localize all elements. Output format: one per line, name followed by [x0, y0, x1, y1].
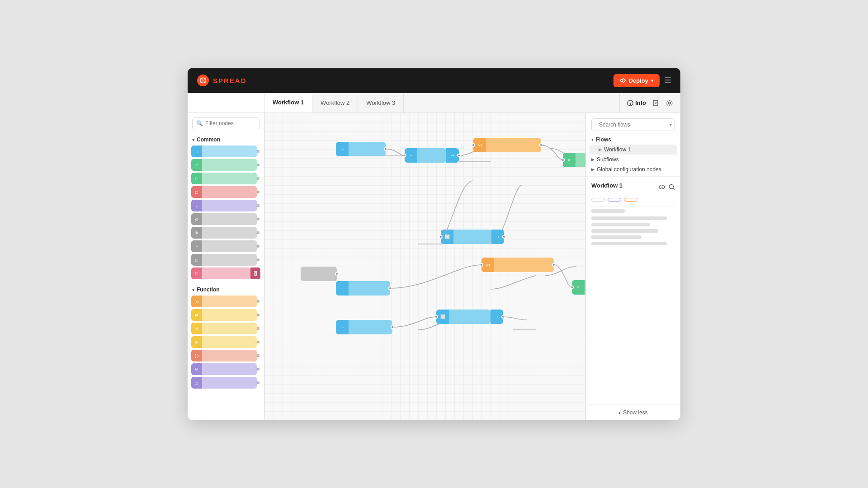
tab-workflow2[interactable]: Workflow 2 [312, 93, 358, 113]
list-item[interactable]: → [191, 240, 260, 252]
list-item[interactable]: ⊙ [191, 363, 260, 375]
subflows-chevron-icon: ▶ [591, 157, 594, 162]
node-label [202, 363, 257, 375]
deploy-button[interactable]: Deploy ▾ [613, 74, 660, 87]
node-label [202, 267, 250, 279]
workflow-info-section: Workflow 1 [586, 176, 680, 253]
info-tab-button[interactable]: i Info [627, 99, 646, 106]
spread-logo-icon [197, 74, 209, 87]
list-item[interactable]: □ [191, 186, 260, 198]
list-item[interactable]: □ [191, 254, 260, 266]
book-tab-button[interactable] [652, 99, 660, 107]
sidebar-filter: 🔍 [188, 113, 264, 133]
right-panel: ▾ ▾ Flows ▶ Workflow 1 ▶ Subflows ▶ [585, 113, 680, 420]
canvas-node-debug-mid[interactable]: ≡ ≡ [572, 280, 585, 295]
hamburger-menu-icon[interactable]: ☰ [664, 75, 671, 85]
canvas-node-inject-top[interactable]: → [336, 142, 386, 156]
list-item[interactable]: □ [191, 173, 260, 184]
link-icon-button[interactable] [659, 184, 665, 192]
function-node-list: {x} ⇄ ✕ ⊞ [188, 295, 264, 392]
flows-tree: ▾ Flows ▶ Workflow 1 ▶ Subflows ▶ Global… [586, 131, 680, 176]
svg-rect-4 [653, 100, 658, 106]
node-port [257, 191, 259, 193]
common-section-header[interactable]: ▾ Common [188, 133, 264, 145]
function-section-header[interactable]: ▾ Function [188, 283, 264, 295]
node-icon: → [405, 148, 417, 163]
search-icon-button[interactable] [669, 184, 675, 192]
port-left [439, 235, 443, 239]
node-label [202, 309, 257, 321]
list-item[interactable]: ♪ [191, 200, 260, 211]
node-icon: ⬜ [441, 230, 453, 244]
skeleton-line [591, 242, 667, 245]
node-icon: {x} [191, 296, 202, 307]
node-label [202, 377, 257, 389]
canvas-node-function-mid[interactable]: {x} [481, 258, 554, 272]
list-item[interactable]: ≡ [191, 159, 260, 171]
show-less-chevron-icon: ▴ [618, 410, 621, 415]
node-label [202, 213, 257, 225]
list-item[interactable]: ⊞ [191, 336, 260, 348]
chip-orange [624, 198, 637, 202]
canvas-node-link-top[interactable]: → → [405, 148, 459, 163]
canvas-node-gray-plain[interactable] [301, 267, 337, 281]
canvas-node-debug-top[interactable]: ≡ ≡ [563, 153, 585, 167]
canvas-node-inject-mid[interactable]: → [336, 281, 390, 296]
node-icon: ♪ [191, 200, 202, 211]
list-item[interactable]: ⇄ [191, 309, 260, 321]
canvas-node-linkout-mid[interactable]: ⬜ → [441, 230, 504, 244]
search-flows-wrap[interactable]: ▾ [591, 118, 675, 131]
node-port [257, 314, 259, 316]
node-icon: → [336, 142, 349, 156]
node-label [202, 200, 257, 211]
node-port [257, 177, 259, 180]
search-flows-input[interactable] [599, 122, 667, 128]
node-port [257, 327, 259, 330]
canvas-node-function-top[interactable]: {x} [473, 138, 541, 152]
node-port [257, 341, 259, 343]
filter-input-wrap[interactable]: 🔍 [192, 117, 259, 129]
global-config-header[interactable]: ▶ Global configuration nodes [590, 164, 677, 174]
list-item[interactable]: ⊙ [191, 213, 260, 225]
node-port [257, 368, 259, 371]
canvas-node-inject-bot[interactable]: → [336, 320, 392, 334]
node-label [486, 138, 541, 152]
tab-workflow3[interactable]: Workflow 3 [358, 93, 404, 113]
node-label [202, 145, 257, 157]
filter-nodes-input[interactable] [205, 120, 255, 127]
canvas-node-linkout-bot[interactable]: ⬜ → [436, 310, 503, 324]
svg-point-8 [670, 185, 674, 189]
flows-group-header[interactable]: ▾ Flows [590, 135, 677, 145]
flow-item-workflow1[interactable]: ▶ Workflow 1 [590, 145, 677, 155]
svg-text:i: i [630, 101, 631, 105]
list-item[interactable]: {x} [191, 296, 260, 307]
list-item[interactable]: → [191, 145, 260, 157]
tab-workflow1[interactable]: Workflow 1 [264, 93, 312, 113]
node-end-icon: 🗄 [250, 267, 260, 279]
list-item[interactable]: ❋ [191, 227, 260, 239]
spacer [586, 253, 680, 404]
node-label [585, 280, 585, 295]
main-area: 🔍 ▾ Common → ≡ [188, 113, 680, 420]
node-chips [591, 198, 675, 202]
node-label [494, 258, 554, 272]
tabs-bar: Workflow 1 Workflow 2 Workflow 3 i Info [188, 93, 680, 113]
port-right [391, 325, 394, 329]
node-label [453, 230, 491, 244]
subflows-header[interactable]: ▶ Subflows [590, 155, 677, 164]
settings-tab-button[interactable] [666, 99, 673, 107]
node-icon: ⊞ [191, 336, 202, 348]
right-tab-icons: i Info [619, 93, 680, 113]
node-icon: □ [191, 186, 202, 198]
show-less-row[interactable]: ▴ Show less [586, 404, 680, 420]
list-item[interactable]: ✕ [191, 323, 260, 334]
list-item[interactable]: ( ) [191, 350, 260, 361]
info-icons [659, 184, 675, 192]
tabs-list: Workflow 1 Workflow 2 Workflow 3 i Info [264, 93, 680, 113]
node-port [257, 164, 259, 166]
flow-item-chevron-icon: ▶ [599, 147, 602, 152]
node-label [202, 240, 257, 252]
list-item[interactable]: □ 🗄 [191, 267, 260, 279]
canvas-area[interactable]: → → → {x} ≡ ≡ [264, 113, 585, 420]
list-item[interactable]: △ [191, 377, 260, 389]
